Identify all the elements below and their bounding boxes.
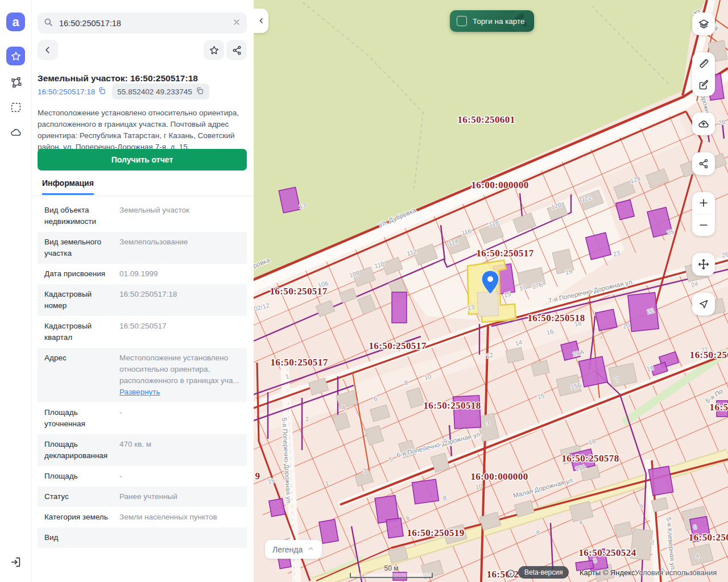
info-row-label: Адрес (44, 352, 119, 398)
tab-row: Информация (32, 175, 254, 196)
expand-link[interactable]: Развернуть (119, 388, 160, 396)
upload-button[interactable] (692, 113, 715, 135)
quarter-label: 9 (255, 471, 260, 481)
object-panel: Земельный участок: 16:50:250517:18 16:50… (32, 0, 254, 582)
info-row: Категория земельЗемли населенных пунктов (38, 507, 247, 527)
page-title: Земельный участок: 16:50:250517:18 (38, 73, 248, 84)
info-row-label: Площадь (44, 471, 119, 482)
parcel-number: 26 (721, 251, 728, 259)
building (595, 309, 617, 331)
info-row: СтатусРанее учтенный (38, 487, 247, 507)
select-area-icon (10, 101, 22, 114)
info-row-value: Землепользование (119, 236, 240, 259)
info-row-value: 01.09.1999 (119, 268, 240, 280)
quarter-label: 16:50:250578 (561, 453, 619, 464)
tab-information[interactable]: Информация (42, 178, 94, 195)
info-row-value: Местоположение установлено относительно … (119, 352, 240, 398)
logout-button[interactable] (6, 552, 25, 571)
trades-checkbox[interactable] (457, 16, 467, 26)
quarter-label: 16:50:250 (690, 350, 728, 360)
search-icon (43, 17, 53, 30)
copy-icon[interactable] (196, 86, 204, 97)
legend-button[interactable]: Легенда (265, 540, 322, 559)
quarter-label: 16:50:250517 (270, 286, 327, 297)
building (579, 356, 608, 387)
building (392, 292, 407, 323)
info-row-label: Статус (44, 491, 119, 502)
terms-link[interactable]: Условия использования (635, 568, 717, 577)
info-row-value: Земли населенных пунктов (119, 512, 240, 523)
info-row: Вид земельного участкаЗемлепользование (38, 232, 247, 264)
zoom-group (692, 192, 715, 236)
info-row-value: Ранее учтенный (119, 491, 240, 502)
edit-button[interactable] (692, 74, 715, 96)
info-row: Кадастровый квартал16:50:250517 (38, 316, 247, 348)
info-row-label: Кадастровый номер (44, 289, 119, 311)
info-row-label: Кадастровый квартал (44, 321, 119, 343)
info-icon[interactable] (506, 569, 515, 580)
quarter-label: 16:50:250601 (457, 114, 515, 125)
trades-on-map-toggle[interactable]: Торги на карте (450, 10, 534, 32)
share-map-button[interactable] (692, 152, 715, 175)
info-row-value: 16:50:250517 (119, 321, 240, 343)
app-logo[interactable]: a (6, 13, 25, 31)
quarter-label: 16:50:250517 (369, 340, 426, 351)
zoom-in-button[interactable] (692, 192, 715, 214)
legend-label: Легенда (272, 545, 303, 554)
favorite-button[interactable] (204, 40, 224, 60)
info-row-value (119, 532, 240, 543)
quarter-label: 16:50:250518 (527, 313, 585, 323)
copy-icon[interactable] (98, 86, 106, 97)
info-row-label: Категория земель (44, 512, 119, 523)
cadastral-map-canvas[interactable]: ул. ДубровкаДубровкаДорожнаяровка7-я Поп… (254, 0, 728, 582)
measure-polygon-icon (10, 76, 22, 89)
beta-badge: Beta-версия (518, 566, 569, 579)
quarter-label: 16:5 (710, 402, 728, 413)
coordinates-chip[interactable]: 55.852402 49.233745 (112, 84, 209, 99)
sidebar-item-select-area[interactable] (6, 98, 25, 117)
info-row-value: 16:50:250517:18 (119, 289, 240, 311)
sidebar-item-cloud[interactable] (6, 123, 25, 142)
ruler-button[interactable] (692, 53, 715, 74)
trades-label: Торги на карте (473, 17, 525, 26)
left-icon-rail: a (0, 0, 32, 582)
cadastral-number-link[interactable]: 16:50:250517:18 (38, 86, 106, 97)
info-row-label: Вид земельного участка (44, 236, 119, 259)
id-chips: 16:50:250517:18 55.852402 49.233745 (38, 84, 209, 99)
info-row: Дата присвоения01.09.1999 (38, 264, 247, 284)
quarter-label: 16:50:250524 (578, 547, 636, 558)
info-row-label: Вид (44, 532, 119, 543)
quarter-label: 16:50:250519 (407, 527, 464, 538)
info-row-label: Вид объекта недвижимости (44, 205, 119, 227)
clear-search-icon[interactable] (232, 18, 241, 29)
info-row-value: - (119, 407, 240, 430)
cloud-icon (10, 126, 22, 139)
info-row: Площадь уточненная- (38, 402, 247, 434)
quarter-label: 16:00:000000 (471, 180, 528, 190)
info-row-value: 470 кв. м (119, 439, 240, 462)
info-row: Площадь- (38, 466, 247, 487)
zoom-out-button[interactable] (692, 214, 715, 236)
sidebar-item-measure[interactable] (6, 73, 25, 92)
get-report-button[interactable]: Получить отчет (38, 149, 247, 171)
building (648, 466, 673, 496)
building (319, 519, 338, 543)
quarter-label: 16:50:250517 (270, 357, 328, 368)
back-button[interactable] (38, 40, 58, 60)
layers-button[interactable] (692, 13, 715, 35)
quarter-label: 16:00:000000 (470, 471, 528, 482)
pan-button[interactable] (692, 253, 715, 276)
building (269, 498, 285, 517)
info-table: Вид объекта недвижимостиЗемельный участо… (38, 200, 247, 548)
map-area[interactable]: ул. ДубровкаДубровкаДорожнаяровка7-я Поп… (254, 0, 728, 582)
search-input[interactable] (58, 18, 228, 28)
share-object-button[interactable] (226, 40, 247, 60)
locate-button[interactable] (692, 293, 715, 315)
info-row: Вид (38, 527, 247, 548)
building (412, 479, 439, 504)
building (386, 518, 403, 538)
info-row: Площадь декларированная470 кв. м (38, 434, 247, 466)
info-row-label: Площадь декларированная (44, 439, 119, 462)
collapse-panel-button[interactable] (254, 9, 268, 33)
sidebar-item-favorites[interactable] (6, 47, 25, 65)
